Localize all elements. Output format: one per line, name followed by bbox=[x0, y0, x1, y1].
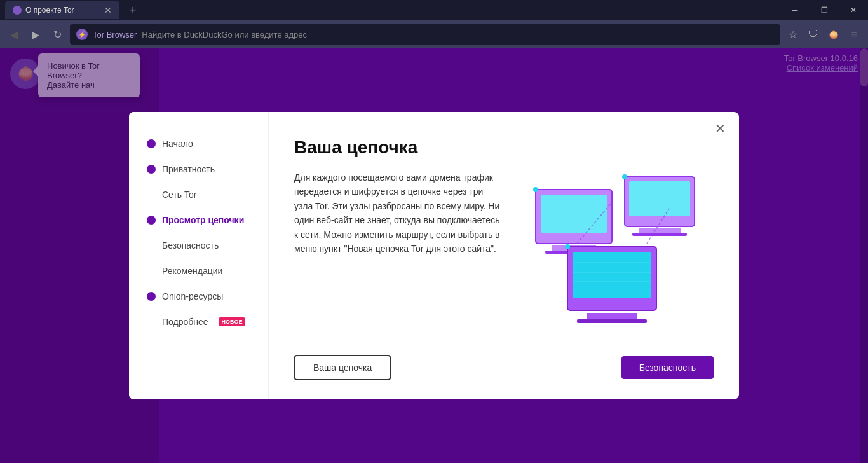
modal-main-content: Ваша цепочка Для каждого посещаемого вам… bbox=[269, 112, 739, 399]
minimize-button[interactable]: ─ bbox=[780, 0, 810, 20]
forward-button[interactable]: ▶ bbox=[27, 25, 44, 43]
modal-close-button[interactable]: ✕ bbox=[711, 120, 729, 137]
main-content: 🧅 Новичок в Tor Browser? Давайте нач Tor… bbox=[0, 48, 868, 463]
new-badge: НОВОЕ bbox=[219, 317, 246, 326]
modal-nav-label: Подробнее bbox=[162, 317, 208, 327]
toolbar-actions: ☆ 🛡 🧅 ≡ bbox=[784, 25, 863, 43]
svg-point-18 bbox=[622, 174, 627, 179]
modal-nav-privacy[interactable]: Приватность bbox=[142, 156, 255, 182]
modal-title: Ваша цепочка bbox=[294, 137, 714, 158]
svg-rect-5 bbox=[629, 181, 690, 216]
onboarding-modal: ✕ НачалоПриватностьСеть TorПросмотр цепо… bbox=[129, 112, 739, 399]
modal-description: Для каждого посещаемого вами домена траф… bbox=[294, 170, 504, 256]
svg-rect-10 bbox=[587, 313, 637, 319]
svg-point-17 bbox=[533, 187, 538, 192]
nav-dot-icon bbox=[147, 139, 156, 148]
modal-text-area: Для каждого посещаемого вами домена траф… bbox=[294, 170, 504, 336]
modal-nav-recommendations[interactable]: Рекомендации bbox=[142, 258, 255, 284]
modal-nav-circuit[interactable]: Просмотр цепочки bbox=[142, 207, 255, 233]
svg-rect-1 bbox=[541, 195, 607, 233]
modal-illustration bbox=[523, 170, 714, 336]
address-bar[interactable]: ⚡ Tor Browser Найдите в DuckDuckGo или в… bbox=[70, 24, 780, 45]
tor-icon: ⚡ bbox=[76, 29, 88, 40]
modal-nav-label: Просмотр цепочки bbox=[162, 215, 244, 225]
back-button[interactable]: ◀ bbox=[5, 25, 23, 43]
modal-navigation: НачалоПриватностьСеть TorПросмотр цепочк… bbox=[129, 112, 269, 399]
circuit-button[interactable]: Ваша цепочка bbox=[294, 355, 391, 380]
svg-point-19 bbox=[565, 244, 570, 249]
window-controls: ─ ❐ ✕ bbox=[780, 0, 868, 20]
modal-nav-label: Безопасность bbox=[162, 240, 219, 251]
browser-tab[interactable]: О проекте Tor ✕ bbox=[5, 1, 119, 19]
svg-rect-11 bbox=[577, 319, 647, 323]
close-button[interactable]: ✕ bbox=[839, 0, 868, 20]
modal-footer: Ваша цепочка Безопасность bbox=[294, 355, 714, 380]
nav-dot-icon bbox=[147, 165, 156, 174]
tab-title: О проекте Tor bbox=[25, 6, 74, 15]
svg-rect-7 bbox=[632, 233, 687, 236]
nav-dot-icon bbox=[147, 216, 156, 225]
browser-name-label: Tor Browser bbox=[93, 30, 137, 39]
modal-nav-start[interactable]: Начало bbox=[142, 131, 255, 156]
modal-nav-tor-network[interactable]: Сеть Tor bbox=[142, 182, 255, 207]
modal-nav-security[interactable]: Безопасность bbox=[142, 233, 255, 258]
reload-button[interactable]: ↻ bbox=[48, 25, 66, 43]
bookmark-icon[interactable]: ☆ bbox=[784, 25, 802, 43]
modal-nav-more[interactable]: ПодробнееНОВОЕ bbox=[142, 309, 255, 335]
modal-nav-onion[interactable]: Onion-ресурсы bbox=[142, 284, 255, 309]
new-tab-button[interactable]: + bbox=[125, 4, 142, 17]
modal-nav-label: Onion-ресурсы bbox=[162, 291, 223, 301]
circuit-illustration bbox=[529, 170, 707, 336]
svg-rect-9 bbox=[573, 252, 651, 298]
browser-toolbar: ◀ ▶ ↻ ⚡ Tor Browser Найдите в DuckDuckGo… bbox=[0, 20, 868, 48]
modal-nav-label: Рекомендации bbox=[162, 266, 222, 276]
address-placeholder: Найдите в DuckDuckGo или введите адрес bbox=[142, 30, 307, 39]
modal-nav-label: Сеть Tor bbox=[162, 190, 196, 200]
tab-close-button[interactable]: ✕ bbox=[104, 5, 112, 15]
tab-favicon bbox=[13, 6, 22, 15]
modal-body: Для каждого посещаемого вами домена траф… bbox=[294, 170, 714, 336]
titlebar-left: О проекте Tor ✕ + bbox=[5, 1, 142, 19]
svg-rect-6 bbox=[639, 228, 681, 233]
modal-nav-label: Начало bbox=[162, 139, 193, 149]
tor-button[interactable]: 🧅 bbox=[825, 25, 843, 43]
nav-dot-icon bbox=[147, 292, 156, 301]
titlebar: О проекте Tor ✕ + ─ ❐ ✕ bbox=[0, 0, 868, 20]
security-button[interactable]: Безопасность bbox=[621, 356, 714, 379]
maximize-button[interactable]: ❐ bbox=[810, 0, 839, 20]
shield-icon[interactable]: 🛡 bbox=[804, 25, 822, 43]
modal-overlay: ✕ НачалоПриватностьСеть TorПросмотр цепо… bbox=[0, 48, 868, 463]
modal-nav-label: Приватность bbox=[162, 164, 215, 174]
menu-button[interactable]: ≡ bbox=[845, 25, 863, 43]
